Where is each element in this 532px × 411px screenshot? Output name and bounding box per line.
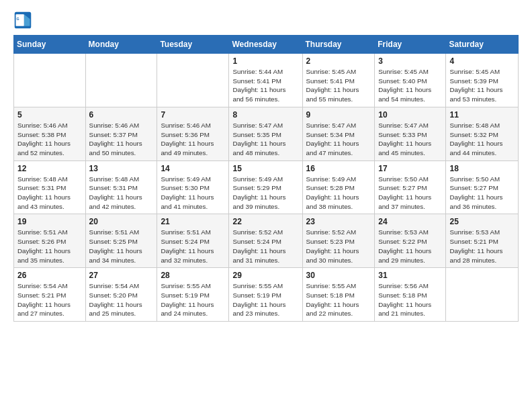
week-row-3: 12Sunrise: 5:48 AM Sunset: 5:31 PM Dayli… — [14, 161, 519, 214]
day-number: 14 — [161, 164, 225, 173]
day-cell: 10Sunrise: 5:47 AM Sunset: 5:33 PM Dayli… — [375, 107, 446, 161]
week-row-2: 5Sunrise: 5:46 AM Sunset: 5:38 PM Daylig… — [14, 107, 519, 161]
day-info: Sunrise: 5:45 AM Sunset: 5:40 PM Dayligh… — [378, 67, 442, 104]
day-number: 21 — [161, 217, 225, 226]
day-number: 15 — [232, 164, 298, 173]
day-number: 6 — [89, 110, 154, 120]
day-cell — [85, 54, 157, 107]
svg-text:G: G — [16, 17, 19, 21]
calendar-table: SundayMondayTuesdayWednesdayThursdayFrid… — [13, 35, 519, 322]
week-row-4: 19Sunrise: 5:51 AM Sunset: 5:26 PM Dayli… — [14, 214, 519, 268]
weekday-header-tuesday: Tuesday — [157, 36, 229, 54]
logo-icon: G — [13, 11, 32, 30]
day-info: Sunrise: 5:54 AM Sunset: 5:21 PM Dayligh… — [17, 281, 82, 318]
day-info: Sunrise: 5:56 AM Sunset: 5:18 PM Dayligh… — [378, 281, 442, 318]
day-number: 17 — [378, 164, 442, 173]
day-cell: 27Sunrise: 5:54 AM Sunset: 5:20 PM Dayli… — [85, 268, 157, 322]
day-cell: 23Sunrise: 5:52 AM Sunset: 5:23 PM Dayli… — [302, 214, 375, 268]
day-cell: 24Sunrise: 5:53 AM Sunset: 5:22 PM Dayli… — [375, 214, 446, 268]
day-cell: 16Sunrise: 5:49 AM Sunset: 5:28 PM Dayli… — [302, 161, 375, 214]
day-cell: 12Sunrise: 5:48 AM Sunset: 5:31 PM Dayli… — [14, 161, 86, 214]
day-number: 29 — [232, 271, 298, 280]
day-number: 26 — [17, 271, 82, 280]
day-info: Sunrise: 5:51 AM Sunset: 5:25 PM Dayligh… — [89, 228, 154, 265]
day-cell — [446, 268, 519, 322]
day-info: Sunrise: 5:51 AM Sunset: 5:24 PM Dayligh… — [161, 228, 225, 265]
day-info: Sunrise: 5:53 AM Sunset: 5:21 PM Dayligh… — [449, 228, 515, 265]
day-number: 12 — [17, 164, 82, 173]
weekday-header-row: SundayMondayTuesdayWednesdayThursdayFrid… — [14, 36, 519, 54]
day-cell: 13Sunrise: 5:48 AM Sunset: 5:31 PM Dayli… — [85, 161, 157, 214]
day-cell: 15Sunrise: 5:49 AM Sunset: 5:29 PM Dayli… — [229, 161, 302, 214]
day-info: Sunrise: 5:55 AM Sunset: 5:19 PM Dayligh… — [232, 281, 298, 318]
day-number: 2 — [306, 56, 371, 66]
day-cell — [14, 54, 86, 107]
day-number: 20 — [89, 217, 154, 226]
day-number: 30 — [306, 271, 371, 280]
weekday-header-thursday: Thursday — [302, 36, 375, 54]
day-number: 5 — [17, 110, 82, 120]
day-cell: 1Sunrise: 5:44 AM Sunset: 5:41 PM Daylig… — [229, 54, 302, 107]
day-info: Sunrise: 5:47 AM Sunset: 5:35 PM Dayligh… — [232, 121, 298, 158]
day-cell — [157, 54, 229, 107]
weekday-header-monday: Monday — [85, 36, 157, 54]
day-info: Sunrise: 5:55 AM Sunset: 5:19 PM Dayligh… — [161, 281, 225, 318]
day-cell: 7Sunrise: 5:46 AM Sunset: 5:36 PM Daylig… — [157, 107, 229, 161]
weekday-header-friday: Friday — [375, 36, 446, 54]
day-cell: 29Sunrise: 5:55 AM Sunset: 5:19 PM Dayli… — [229, 268, 302, 322]
day-cell: 30Sunrise: 5:55 AM Sunset: 5:18 PM Dayli… — [302, 268, 375, 322]
day-cell: 6Sunrise: 5:46 AM Sunset: 5:37 PM Daylig… — [85, 107, 157, 161]
day-cell: 20Sunrise: 5:51 AM Sunset: 5:25 PM Dayli… — [85, 214, 157, 268]
day-number: 27 — [89, 271, 154, 280]
day-info: Sunrise: 5:47 AM Sunset: 5:34 PM Dayligh… — [306, 121, 371, 158]
day-cell: 2Sunrise: 5:45 AM Sunset: 5:41 PM Daylig… — [302, 54, 375, 107]
day-cell: 31Sunrise: 5:56 AM Sunset: 5:18 PM Dayli… — [375, 268, 446, 322]
day-number: 22 — [232, 217, 298, 226]
week-row-5: 26Sunrise: 5:54 AM Sunset: 5:21 PM Dayli… — [14, 268, 519, 322]
day-cell: 8Sunrise: 5:47 AM Sunset: 5:35 PM Daylig… — [229, 107, 302, 161]
day-info: Sunrise: 5:54 AM Sunset: 5:20 PM Dayligh… — [89, 281, 154, 318]
header: G — [13, 11, 519, 30]
day-number: 1 — [232, 56, 298, 66]
day-info: Sunrise: 5:49 AM Sunset: 5:30 PM Dayligh… — [161, 175, 225, 212]
weekday-header-saturday: Saturday — [446, 36, 519, 54]
day-number: 4 — [449, 56, 515, 66]
day-number: 19 — [17, 217, 82, 226]
day-info: Sunrise: 5:46 AM Sunset: 5:36 PM Dayligh… — [161, 121, 225, 158]
day-info: Sunrise: 5:49 AM Sunset: 5:28 PM Dayligh… — [306, 175, 371, 212]
day-cell: 18Sunrise: 5:50 AM Sunset: 5:27 PM Dayli… — [446, 161, 519, 214]
day-info: Sunrise: 5:53 AM Sunset: 5:22 PM Dayligh… — [378, 228, 442, 265]
day-info: Sunrise: 5:55 AM Sunset: 5:18 PM Dayligh… — [306, 281, 371, 318]
day-number: 11 — [449, 110, 515, 120]
day-cell: 17Sunrise: 5:50 AM Sunset: 5:27 PM Dayli… — [375, 161, 446, 214]
day-info: Sunrise: 5:52 AM Sunset: 5:24 PM Dayligh… — [232, 228, 298, 265]
day-number: 28 — [161, 271, 225, 280]
day-info: Sunrise: 5:48 AM Sunset: 5:31 PM Dayligh… — [89, 175, 154, 212]
day-cell: 9Sunrise: 5:47 AM Sunset: 5:34 PM Daylig… — [302, 107, 375, 161]
day-info: Sunrise: 5:51 AM Sunset: 5:26 PM Dayligh… — [17, 228, 82, 265]
day-number: 7 — [161, 110, 225, 120]
weekday-header-wednesday: Wednesday — [229, 36, 302, 54]
day-info: Sunrise: 5:45 AM Sunset: 5:39 PM Dayligh… — [449, 67, 515, 104]
day-cell: 22Sunrise: 5:52 AM Sunset: 5:24 PM Dayli… — [229, 214, 302, 268]
day-number: 16 — [306, 164, 371, 173]
day-cell: 5Sunrise: 5:46 AM Sunset: 5:38 PM Daylig… — [14, 107, 86, 161]
weekday-header-sunday: Sunday — [14, 36, 86, 54]
day-number: 10 — [378, 110, 442, 120]
day-number: 9 — [306, 110, 371, 120]
day-info: Sunrise: 5:48 AM Sunset: 5:31 PM Dayligh… — [17, 175, 82, 212]
day-cell: 3Sunrise: 5:45 AM Sunset: 5:40 PM Daylig… — [375, 54, 446, 107]
day-info: Sunrise: 5:44 AM Sunset: 5:41 PM Dayligh… — [232, 67, 298, 104]
day-info: Sunrise: 5:49 AM Sunset: 5:29 PM Dayligh… — [232, 175, 298, 212]
day-cell: 4Sunrise: 5:45 AM Sunset: 5:39 PM Daylig… — [446, 54, 519, 107]
day-info: Sunrise: 5:45 AM Sunset: 5:41 PM Dayligh… — [306, 67, 371, 104]
day-number: 3 — [378, 56, 442, 66]
day-info: Sunrise: 5:50 AM Sunset: 5:27 PM Dayligh… — [449, 175, 515, 212]
day-info: Sunrise: 5:52 AM Sunset: 5:23 PM Dayligh… — [306, 228, 371, 265]
day-info: Sunrise: 5:47 AM Sunset: 5:33 PM Dayligh… — [378, 121, 442, 158]
day-cell: 28Sunrise: 5:55 AM Sunset: 5:19 PM Dayli… — [157, 268, 229, 322]
day-number: 31 — [378, 271, 442, 280]
day-number: 18 — [449, 164, 515, 173]
day-info: Sunrise: 5:46 AM Sunset: 5:38 PM Dayligh… — [17, 121, 82, 158]
logo: G — [13, 11, 35, 30]
